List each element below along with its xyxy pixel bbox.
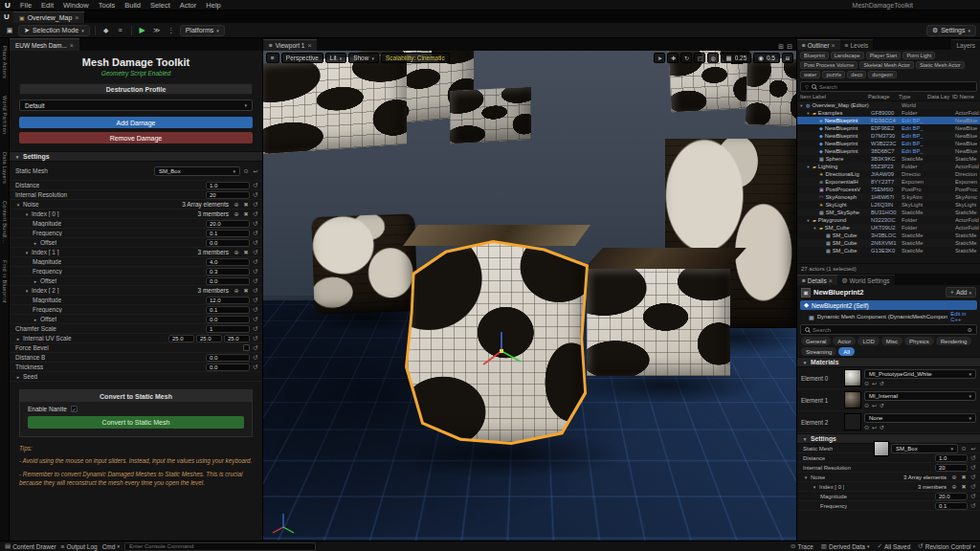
menu-window[interactable]: Window [58,1,94,10]
value-input[interactable]: 1.0 [935,454,968,462]
value-input[interactable]: 0.3 [206,268,250,276]
expander-arrow-icon[interactable]: ▾ [806,111,811,116]
tab-overview-map[interactable]: ▣ Overview_Map × [13,11,85,23]
outliner-row[interactable]: ◆NewBlueprintE0F96E2Edit BP_NewBlue [797,124,980,132]
tab-world-settings[interactable]: ◍ World Settings [837,275,895,285]
expander-arrow-icon[interactable]: ▸ [33,240,38,246]
delete-element-icon[interactable]: ✖ [242,249,250,255]
reset-icon[interactable]: ↺ [969,493,977,500]
reset-icon[interactable]: ↺ [252,220,259,228]
add-element-icon[interactable]: ⊕ [950,474,958,480]
column-item-label[interactable]: Item Label [800,94,868,99]
type-cell[interactable]: Edit BP_ [902,133,930,139]
outliner-search[interactable]: ▽ [800,81,977,92]
settings-section-header[interactable]: ▾ Settings [10,151,262,162]
add-element-icon[interactable]: ⊕ [233,249,240,255]
console-command-box[interactable] [124,542,316,551]
reset-icon[interactable]: ↺ [252,325,259,333]
damaged-cube[interactable] [263,54,407,155]
close-icon[interactable]: × [832,42,835,49]
menu-edit[interactable]: Edit [36,1,58,10]
reset-icon[interactable]: ↺ [252,354,259,362]
browse-icon[interactable]: ⊙ [864,424,869,430]
delete-element-icon[interactable]: ✖ [242,201,250,208]
blueprints-icon[interactable]: ◆ [100,25,112,36]
tab-euw-mesh-damage[interactable]: EUW Mesh Dam... × [10,38,79,51]
cmd-dropdown[interactable]: Cmd ▾ [102,543,120,550]
maximize-viewport-icon[interactable]: ⊞ [782,53,793,63]
reset-icon[interactable]: ↺ [880,424,884,430]
reset-icon[interactable]: ↺ [252,201,259,209]
component-self-row[interactable]: ◆ NewBlueprint2 (Self) [800,300,977,310]
column-id-name[interactable]: ID Name [952,94,977,99]
column-data-layer[interactable]: Data Lay [927,94,952,99]
filter-chip-blueprint[interactable]: Blueprint [800,52,829,59]
mode-tab-place-actors[interactable]: Place Actors [2,46,8,78]
expander-arrow-icon[interactable]: ▾ [803,474,809,480]
tab-viewport-1[interactable]: ≡ Viewport 1 × [263,39,317,51]
close-icon[interactable]: × [829,277,833,284]
outliner-row[interactable]: ▦SM_SkySpheBU31HO0StaticMeStaticMe [797,209,980,216]
reset-icon[interactable]: ↺ [252,239,259,247]
world-space-icon[interactable]: ◍ [707,53,719,63]
column-package[interactable]: Package [868,94,899,99]
add-damage-button[interactable]: Add Damage [19,117,253,128]
use-selected-icon[interactable]: ↩ [872,402,877,408]
material-thumbnail[interactable] [844,413,861,430]
reset-icon[interactable]: ↺ [880,402,884,408]
value-input[interactable]: 0.1 [206,230,250,237]
convert-to-static-mesh-button[interactable]: Convert to Static Mesh [28,416,244,429]
value-input[interactable]: 0.0 [206,277,250,285]
type-cell[interactable]: Edit BP_ [902,148,930,154]
close-icon[interactable]: × [307,42,311,49]
camera-speed-badge[interactable]: ◉ 0.5 [753,53,780,63]
outliner-row[interactable]: ▣PostProcessV75EM6I0PostProPostProc [797,186,980,193]
remove-damage-button[interactable]: Remove Damage [19,132,253,143]
trace-button[interactable]: ⊙ Trace [791,542,813,550]
minimize-icon[interactable]: ⊟ [787,43,792,51]
material-thumbnail[interactable] [844,391,861,408]
value-input[interactable]: 12.0 [206,297,250,304]
filter-chip-water[interactable]: water [800,71,820,78]
content-drawer-button[interactable]: ▤ Content Drawer [5,542,56,550]
viewport-options-button[interactable]: ≡ [266,53,279,63]
expander-arrow-icon[interactable]: ▾ [799,103,804,108]
delete-element-icon[interactable]: ✖ [960,474,968,480]
outliner-row[interactable]: ▾▰PlaygroundN3223OCFolderActorFold [797,216,980,224]
details-tab-rendering[interactable]: Rendering [936,337,972,345]
close-icon[interactable]: × [70,42,74,49]
close-icon[interactable]: × [75,14,78,21]
unreal-icon[interactable]: U [0,11,13,23]
play-options-icon[interactable]: ⋮ [166,25,177,36]
layout-icon[interactable]: ⊞ [778,43,784,51]
details-tab-general[interactable]: General [801,337,831,345]
filter-chip-puzzle[interactable]: puzzle [822,71,845,78]
use-selected-icon[interactable]: ↩ [872,424,877,430]
value-input[interactable]: 25.0 [224,335,250,342]
scale-tool-icon[interactable]: ◰ [694,53,705,63]
value-input[interactable]: 1 [206,325,250,333]
scalability-warning-badge[interactable]: Scalability: Cinematic [381,53,450,63]
show-dropdown[interactable]: Show ▾ [348,53,379,63]
reset-icon[interactable]: ↺ [252,191,259,199]
reset-icon[interactable]: ↺ [252,297,259,304]
value-input[interactable]: 20.0 [206,220,250,228]
floating-damaged-cube[interactable] [746,57,796,126]
reset-icon[interactable]: ↺ [252,287,259,295]
outliner-row[interactable]: ◆NewBlueprintFD36CC4Edit BP_NewBlue [797,117,980,124]
material-dropdown[interactable]: None▾ [864,413,976,423]
cinematics-icon[interactable]: ≡ [115,25,126,36]
type-cell[interactable]: Edit BP_ [902,141,930,146]
reset-icon[interactable]: ↺ [969,454,977,462]
static-mesh-dropdown[interactable]: SM_Box▾ [154,166,240,176]
checkbox[interactable] [243,344,250,351]
value-input[interactable]: 4.0 [206,258,250,266]
derived-data-button[interactable]: ▥ Derived Data ▾ [821,542,870,550]
value-input[interactable]: 0.0 [206,364,250,371]
details-tab-lod[interactable]: LOD [858,337,879,345]
mode-tab-content-bundl[interactable]: Content Bundl... [2,201,8,243]
filter-chip-post-process-volume[interactable]: Post Process Volume [800,61,858,69]
reset-icon[interactable]: ↺ [252,258,259,266]
lit-mode-dropdown[interactable]: Lit ▾ [325,53,346,63]
reset-icon[interactable]: ↺ [252,364,259,371]
